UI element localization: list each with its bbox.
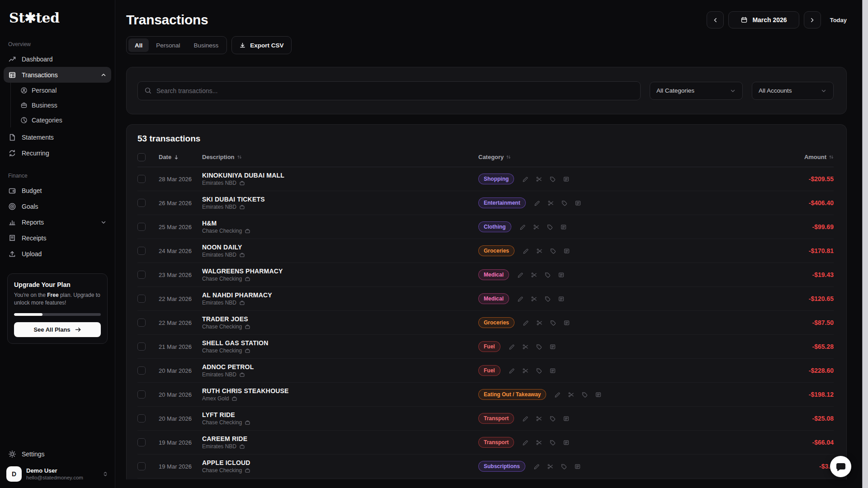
chat-launcher-button[interactable] — [830, 456, 851, 477]
table-row[interactable]: 20 Mar 2026 ADNOC PETROL Emirates NBD Fu… — [137, 359, 834, 383]
note-icon[interactable] — [563, 319, 570, 326]
tag-icon[interactable] — [536, 343, 542, 350]
tag-icon[interactable] — [581, 391, 588, 398]
edit-icon[interactable] — [554, 391, 561, 398]
row-checkbox[interactable] — [137, 271, 146, 279]
edit-icon[interactable] — [533, 463, 540, 470]
tag-icon[interactable] — [561, 200, 568, 206]
row-checkbox[interactable] — [137, 295, 146, 303]
category-filter-select[interactable]: All Categories — [650, 82, 743, 100]
export-csv-button[interactable]: Export CSV — [231, 36, 291, 54]
category-badge[interactable]: Shopping — [478, 174, 514, 184]
note-icon[interactable] — [558, 296, 565, 302]
search-input[interactable] — [156, 87, 634, 94]
table-row[interactable]: 20 Mar 2026 RUTH CHRIS STEAKHOUSE Amex G… — [137, 383, 834, 407]
split-icon[interactable] — [536, 439, 542, 446]
table-row[interactable]: 22 Mar 2026 AL NAHDI PHARMACY Emirates N… — [137, 287, 834, 311]
sidebar-item-reports[interactable]: Reports — [4, 214, 111, 230]
tag-icon[interactable] — [547, 224, 553, 230]
edit-icon[interactable] — [522, 439, 529, 446]
sidebar-item-upload[interactable]: Upload — [4, 246, 111, 262]
tag-icon[interactable] — [544, 296, 551, 302]
tag-icon[interactable] — [549, 176, 556, 183]
sidebar-item-business[interactable]: Business — [17, 98, 115, 113]
table-row[interactable]: 24 Mar 2026 NOON DAILY Emirates NBD Groc… — [137, 239, 834, 263]
edit-icon[interactable] — [519, 224, 526, 230]
tag-icon[interactable] — [561, 463, 567, 470]
split-icon[interactable] — [522, 367, 529, 374]
table-row[interactable]: 26 Mar 2026 SKI DUBAI TICKETS Emirates N… — [137, 191, 834, 215]
today-button[interactable]: Today — [830, 17, 847, 23]
tag-icon[interactable] — [549, 439, 556, 446]
tag-icon[interactable] — [549, 415, 556, 422]
sidebar-item-receipts[interactable]: Receipts — [4, 230, 111, 246]
sidebar-item-statements[interactable]: Statements — [4, 129, 111, 145]
category-badge[interactable]: Fuel — [478, 341, 500, 352]
edit-icon[interactable] — [523, 248, 529, 254]
table-row[interactable]: 28 Mar 2026 KINOKUNIYA DUBAI MALL Emirat… — [137, 167, 834, 191]
split-icon[interactable] — [522, 343, 529, 350]
row-checkbox[interactable] — [137, 390, 146, 399]
sidebar-item-settings[interactable]: Settings — [4, 446, 111, 462]
sidebar-item-personal[interactable]: Personal — [17, 83, 115, 98]
table-row[interactable]: 19 Mar 2026 APPLE ICLOUD Chase Checking … — [137, 455, 834, 479]
split-icon[interactable] — [536, 176, 542, 183]
row-checkbox[interactable] — [137, 438, 146, 446]
sidebar-item-dashboard[interactable]: Dashboard — [4, 51, 111, 67]
user-menu[interactable]: D Demo User hello@statedmoney.com — [6, 466, 108, 482]
note-icon[interactable] — [549, 367, 556, 374]
note-icon[interactable] — [558, 272, 565, 278]
split-icon[interactable] — [531, 272, 538, 278]
table-row[interactable]: 23 Mar 2026 WALGREENS PHARMACY Chase Che… — [137, 263, 834, 287]
row-checkbox[interactable] — [137, 366, 146, 375]
select-all-checkbox[interactable] — [137, 153, 146, 161]
split-icon[interactable] — [536, 319, 543, 326]
split-icon[interactable] — [568, 391, 575, 398]
prev-month-button[interactable] — [707, 11, 724, 28]
chevron-up-icon[interactable] — [100, 72, 107, 78]
sidebar-item-recurring[interactable]: Recurring — [4, 145, 111, 161]
see-all-plans-button[interactable]: See All Plans — [14, 322, 101, 337]
sidebar-item-transactions[interactable]: Transactions — [4, 67, 111, 83]
split-icon[interactable] — [536, 248, 543, 254]
note-icon[interactable] — [563, 439, 570, 446]
split-icon[interactable] — [531, 296, 538, 302]
category-badge[interactable]: Transport — [478, 413, 514, 424]
edit-icon[interactable] — [534, 200, 541, 206]
table-row[interactable]: 19 Mar 2026 CAREEM RIDE Emirates NBD Tra… — [137, 431, 834, 455]
edit-icon[interactable] — [523, 319, 529, 326]
note-icon[interactable] — [595, 391, 602, 398]
chevron-down-icon[interactable] — [100, 219, 107, 225]
column-header-category[interactable]: Category — [478, 154, 766, 160]
note-icon[interactable] — [574, 463, 581, 470]
row-checkbox[interactable] — [137, 175, 146, 183]
page-scrollbar[interactable] — [862, 0, 868, 488]
category-badge[interactable]: Medical — [478, 293, 509, 304]
table-row[interactable]: 21 Mar 2026 SHELL GAS STATION Chase Chec… — [137, 335, 834, 359]
row-checkbox[interactable] — [137, 199, 146, 207]
note-icon[interactable] — [563, 176, 570, 183]
edit-icon[interactable] — [522, 176, 529, 183]
category-badge[interactable]: Groceries — [478, 317, 514, 328]
column-header-description[interactable]: Description — [202, 154, 478, 160]
tab-business[interactable]: Business — [188, 38, 225, 52]
edit-icon[interactable] — [522, 415, 529, 422]
note-icon[interactable] — [560, 224, 567, 230]
note-icon[interactable] — [549, 343, 556, 350]
table-row[interactable]: 20 Mar 2026 LYFT RIDE Chase Checking Tra… — [137, 407, 834, 431]
category-badge[interactable]: Eating Out / Takeaway — [478, 389, 546, 400]
row-checkbox[interactable] — [137, 462, 146, 470]
note-icon[interactable] — [575, 200, 581, 206]
table-row[interactable]: 22 Mar 2026 TRADER JOES Chase Checking G… — [137, 311, 834, 335]
row-checkbox[interactable] — [137, 343, 146, 351]
column-header-date[interactable]: Date — [159, 154, 202, 160]
tag-icon[interactable] — [536, 367, 542, 374]
split-icon[interactable] — [536, 415, 542, 422]
split-icon[interactable] — [533, 224, 540, 230]
category-badge[interactable]: Entertainment — [478, 197, 526, 208]
column-header-amount[interactable]: Amount — [804, 154, 834, 160]
account-filter-select[interactable]: All Accounts — [752, 82, 834, 100]
split-icon[interactable] — [547, 463, 554, 470]
edit-icon[interactable] — [517, 272, 524, 278]
month-picker-button[interactable]: March 2026 — [728, 11, 799, 28]
